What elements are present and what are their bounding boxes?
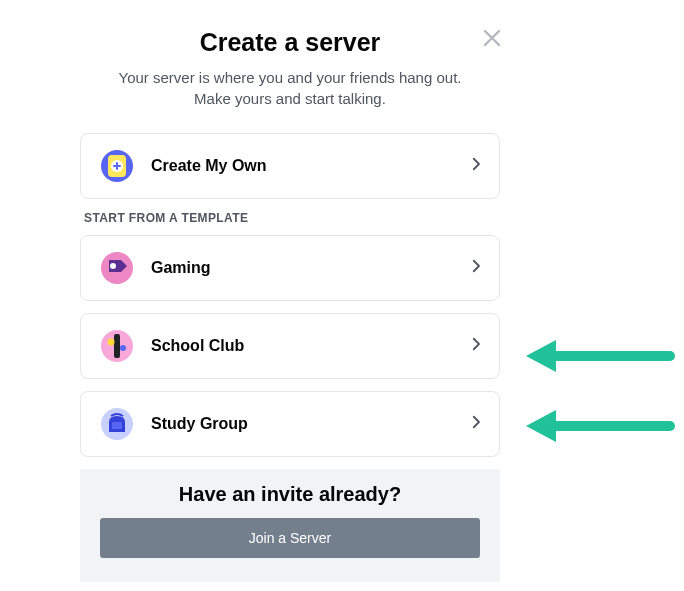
svg-rect-10 (112, 422, 122, 429)
footer-title: Have an invite already? (80, 483, 500, 506)
school-club-icon (95, 324, 139, 368)
modal-subtitle: Your server is where you and your friend… (106, 67, 474, 109)
svg-rect-6 (114, 334, 120, 358)
options-list: Create My Own START FROM A TEMPLATE Gami… (80, 133, 500, 457)
gaming-icon (95, 246, 139, 290)
join-server-button[interactable]: Join a Server (100, 518, 480, 558)
invite-footer: Have an invite already? Join a Server (80, 469, 500, 582)
option-label: Study Group (151, 415, 467, 433)
annotation-arrow-study-group (520, 404, 680, 448)
option-label: School Club (151, 337, 467, 355)
modal-title: Create a server (80, 28, 500, 57)
chevron-right-icon (467, 155, 485, 177)
template-option-school-club[interactable]: School Club (80, 313, 500, 379)
annotation-arrow-school-club (520, 334, 680, 378)
chevron-right-icon (467, 257, 485, 279)
chevron-right-icon (467, 335, 485, 357)
study-group-icon (95, 402, 139, 446)
option-create-own[interactable]: Create My Own (80, 133, 500, 199)
template-option-study-group[interactable]: Study Group (80, 391, 500, 457)
close-icon (480, 26, 504, 50)
chevron-right-icon (467, 413, 485, 435)
close-button[interactable] (480, 26, 504, 54)
create-server-modal: Create a server Your server is where you… (80, 10, 500, 582)
svg-point-8 (120, 345, 126, 351)
svg-marker-12 (526, 340, 556, 372)
template-option-gaming[interactable]: Gaming (80, 235, 500, 301)
svg-point-7 (108, 339, 115, 346)
svg-point-4 (110, 263, 116, 269)
create-own-icon (95, 144, 139, 188)
option-label: Create My Own (151, 157, 467, 175)
svg-marker-14 (526, 410, 556, 442)
template-section-header: START FROM A TEMPLATE (84, 211, 500, 225)
option-label: Gaming (151, 259, 467, 277)
